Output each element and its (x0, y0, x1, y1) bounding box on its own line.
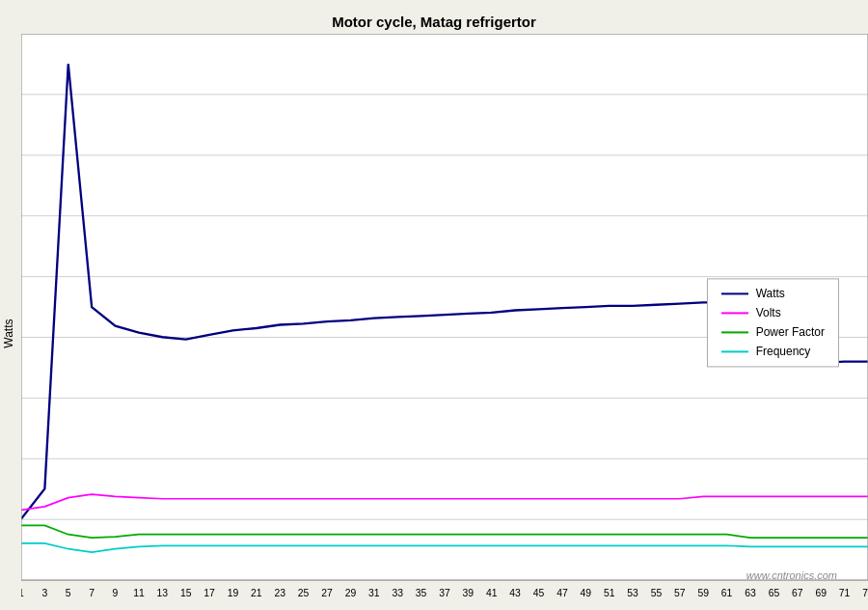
legend-item-frequency: Frequency (721, 345, 825, 358)
svg-text:41: 41 (486, 588, 498, 598)
chart-title: Motor cycle, Matag refrigertor (332, 14, 536, 30)
svg-text:25: 25 (298, 588, 310, 598)
svg-text:65: 65 (769, 588, 780, 598)
legend-item-power-factor: Power Factor (721, 325, 825, 339)
svg-text:3: 3 (41, 588, 47, 598)
svg-text:73: 73 (862, 588, 868, 598)
svg-text:57: 57 (674, 588, 686, 598)
svg-text:23: 23 (274, 588, 285, 598)
svg-text:31: 31 (368, 588, 380, 598)
svg-text:17: 17 (203, 588, 215, 598)
svg-text:9: 9 (113, 588, 119, 598)
svg-text:45: 45 (533, 588, 545, 598)
svg-text:1: 1 (21, 588, 24, 598)
legend-label-power-factor: Power Factor (756, 325, 825, 339)
svg-text:35: 35 (416, 588, 427, 598)
legend-item-volts: Volts (721, 306, 825, 319)
svg-text:51: 51 (604, 588, 615, 598)
svg-text:61: 61 (721, 588, 733, 598)
chart-legend: Watts Volts Power Factor Frequency (707, 278, 839, 367)
legend-line-power-factor (721, 331, 748, 333)
svg-text:71: 71 (839, 588, 851, 598)
chart-area: Watts (0, 34, 868, 610)
svg-text:5: 5 (66, 588, 71, 598)
svg-text:59: 59 (697, 588, 709, 598)
svg-text:43: 43 (509, 588, 521, 598)
svg-text:15: 15 (180, 588, 192, 598)
svg-text:39: 39 (463, 588, 475, 598)
svg-text:11: 11 (133, 588, 145, 598)
watermark: www.cntronics.com (746, 569, 837, 581)
svg-text:29: 29 (345, 588, 357, 598)
svg-text:37: 37 (439, 588, 450, 598)
legend-label-watts: Watts (756, 287, 785, 300)
svg-text:67: 67 (792, 588, 803, 598)
svg-text:53: 53 (627, 588, 638, 598)
svg-text:19: 19 (228, 588, 239, 598)
legend-line-volts (721, 312, 748, 314)
svg-text:33: 33 (392, 588, 403, 598)
svg-text:13: 13 (157, 588, 169, 598)
svg-text:49: 49 (581, 588, 592, 598)
svg-text:47: 47 (556, 588, 568, 598)
svg-text:55: 55 (651, 588, 663, 598)
svg-text:21: 21 (251, 588, 262, 598)
legend-label-frequency: Frequency (756, 345, 811, 358)
svg-text:63: 63 (745, 588, 756, 598)
svg-text:69: 69 (815, 588, 827, 598)
chart-container: Motor cycle, Matag refrigertor Watts (0, 0, 868, 610)
legend-item-watts: Watts (721, 287, 825, 300)
svg-text:27: 27 (321, 588, 333, 598)
legend-label-volts: Volts (756, 306, 781, 319)
svg-text:7: 7 (89, 588, 95, 598)
legend-line-frequency (721, 350, 748, 352)
legend-line-watts (721, 292, 748, 294)
y-axis-label: Watts (0, 34, 21, 610)
